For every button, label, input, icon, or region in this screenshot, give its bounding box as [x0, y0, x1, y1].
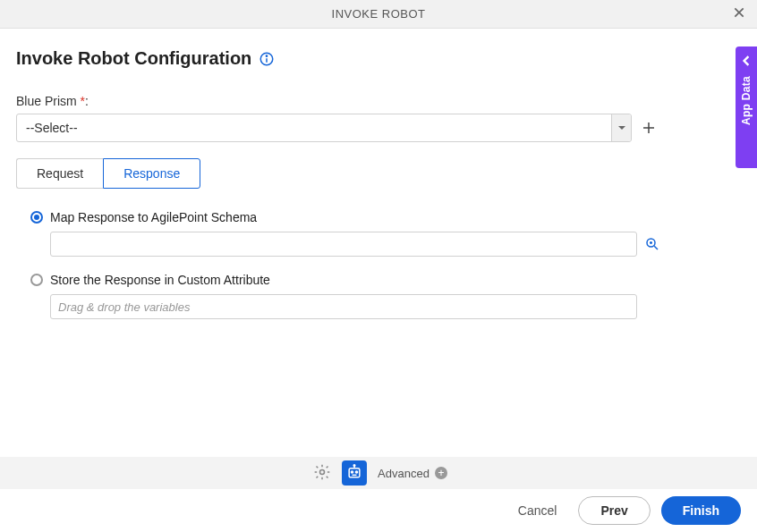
gear-icon [313, 463, 331, 484]
store-custom-label: Store the Response in Custom Attribute [50, 273, 270, 287]
page-title: Invoke Robot Configuration [16, 48, 251, 69]
page-title-row: Invoke Robot Configuration [16, 48, 741, 69]
radio-map-schema[interactable] [30, 211, 43, 224]
info-icon[interactable] [259, 51, 275, 67]
settings-button[interactable] [310, 460, 335, 486]
app-data-panel-toggle[interactable]: App Data [736, 46, 757, 168]
select-row: --Select-- [16, 114, 741, 142]
map-schema-row: Map Response to AgilePoint Schema [30, 210, 741, 224]
schema-search-icon[interactable] [644, 236, 660, 252]
app-data-label: App Data [740, 76, 753, 125]
map-schema-label: Map Response to AgilePoint Schema [50, 210, 257, 224]
close-icon [732, 5, 746, 22]
blue-prism-row: Blue Prism *: --Select-- [16, 94, 741, 142]
chevron-left-icon [741, 55, 752, 76]
svg-point-16 [353, 464, 355, 466]
map-schema-input-row [50, 232, 741, 257]
advanced-toggle[interactable]: Advanced + [378, 467, 447, 480]
svg-point-11 [320, 469, 325, 474]
tab-response[interactable]: Response [103, 158, 200, 189]
bottom-toolbar: Advanced + [0, 457, 757, 489]
tab-bar: Request Response [16, 158, 741, 189]
tab-request[interactable]: Request [16, 158, 103, 189]
advanced-label: Advanced [378, 467, 430, 480]
prev-button[interactable]: Prev [578, 496, 650, 525]
plus-circle-icon: + [435, 467, 447, 479]
map-schema-input[interactable] [50, 232, 637, 257]
content-area: Invoke Robot Configuration Blue Prism *:… [0, 29, 757, 319]
blue-prism-select[interactable]: --Select-- [16, 114, 632, 142]
store-custom-input-row [50, 294, 741, 319]
add-button[interactable] [641, 120, 657, 136]
select-value: --Select-- [17, 121, 611, 135]
svg-line-8 [654, 246, 658, 249]
blue-prism-label: Blue Prism *: [16, 94, 741, 108]
svg-point-14 [355, 470, 357, 472]
close-button[interactable] [730, 5, 748, 23]
robot-button[interactable] [342, 460, 367, 486]
store-custom-input[interactable] [50, 294, 637, 319]
svg-point-13 [351, 470, 353, 472]
title-bar: INVOKE ROBOT [0, 0, 757, 29]
chevron-down-icon [611, 114, 631, 141]
robot-icon [345, 463, 363, 484]
finish-button[interactable]: Finish [661, 496, 741, 525]
store-custom-row: Store the Response in Custom Attribute [30, 273, 741, 287]
response-options: Map Response to AgilePoint Schema Store … [16, 210, 741, 319]
svg-point-4 [267, 55, 268, 56]
cancel-button[interactable]: Cancel [507, 496, 568, 525]
footer: Cancel Prev Finish [0, 489, 757, 532]
radio-store-custom[interactable] [30, 274, 43, 286]
window-title: INVOKE ROBOT [332, 7, 426, 21]
